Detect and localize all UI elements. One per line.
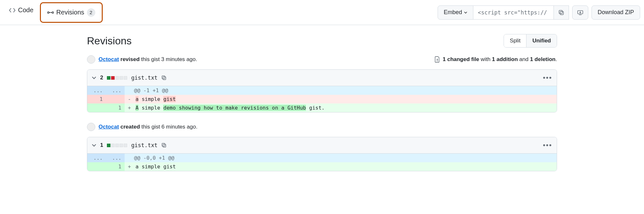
revision-tail: this gist 6 minutes ago. bbox=[141, 124, 197, 130]
svg-rect-3 bbox=[560, 11, 564, 14]
revision-stats: 1 changed file with 1 addition and 1 del… bbox=[434, 56, 557, 63]
file-change-count: 2 bbox=[100, 75, 103, 81]
download-zip-button[interactable]: Download ZIP bbox=[592, 5, 640, 20]
file-change-count: 1 bbox=[100, 142, 103, 148]
open-desktop-button[interactable] bbox=[572, 5, 588, 20]
file-name[interactable]: gist.txt bbox=[131, 75, 157, 81]
avatar[interactable] bbox=[87, 55, 95, 64]
top-tab-bar: Code Revisions 2 Embed <script src="http… bbox=[0, 0, 644, 25]
svg-rect-14 bbox=[162, 143, 165, 146]
embed-url-field[interactable]: <script src="https:// bbox=[473, 5, 554, 20]
embed-label: Embed bbox=[444, 9, 462, 16]
diff-line: 1+ A simple demo showing how to make rev… bbox=[87, 103, 557, 112]
copy-icon bbox=[558, 10, 564, 15]
tab-revisions-label: Revisions bbox=[56, 9, 84, 16]
diff-view-toggle: Split Unified bbox=[504, 34, 557, 48]
file-diff: 1gist.txt•••...... @@ -0,0 +1 @@1+ a sim… bbox=[87, 137, 557, 171]
page-title: Revisions bbox=[87, 35, 132, 47]
svg-point-1 bbox=[52, 12, 53, 13]
hunk-text: @@ -1 +1 @@ bbox=[125, 86, 557, 95]
code-icon bbox=[9, 7, 15, 13]
file-menu-button[interactable]: ••• bbox=[543, 74, 552, 82]
tab-code-label: Code bbox=[18, 6, 33, 14]
file-header: 1gist.txt••• bbox=[87, 137, 557, 154]
embed-group: Embed <script src="https:// bbox=[438, 5, 569, 20]
tab-revisions[interactable]: Revisions 2 bbox=[40, 2, 103, 23]
author-link[interactable]: Octocat bbox=[99, 124, 119, 130]
svg-point-0 bbox=[47, 12, 49, 13]
revision-tail: this gist 3 minutes ago. bbox=[141, 56, 197, 62]
svg-rect-13 bbox=[163, 144, 166, 147]
file-diff-icon bbox=[434, 56, 440, 63]
svg-rect-12 bbox=[162, 76, 165, 79]
chevron-down-icon[interactable] bbox=[92, 143, 96, 147]
file-name[interactable]: gist.txt bbox=[131, 142, 157, 148]
diff-table: ...... @@ -1 +1 @@1- a simple gist1+ A s… bbox=[87, 86, 557, 112]
file-menu-button[interactable]: ••• bbox=[543, 141, 552, 149]
revision-meta: Octocat created this gist 6 minutes ago. bbox=[87, 123, 557, 131]
view-split-button[interactable]: Split bbox=[504, 34, 526, 47]
revision-action: revised bbox=[120, 56, 140, 62]
embed-dropdown[interactable]: Embed bbox=[438, 5, 473, 20]
diff-table: ...... @@ -0,0 +1 @@1+ a simple gist bbox=[87, 154, 557, 171]
svg-rect-11 bbox=[163, 77, 166, 80]
caret-down-icon bbox=[464, 12, 467, 13]
file-header: 2gist.txt••• bbox=[87, 70, 557, 86]
chevron-down-icon[interactable] bbox=[92, 76, 96, 80]
desktop-download-icon bbox=[577, 9, 583, 16]
file-diff: 2gist.txt•••...... @@ -1 +1 @@1- a simpl… bbox=[87, 69, 557, 112]
avatar[interactable] bbox=[87, 123, 95, 131]
copy-path-button[interactable] bbox=[161, 143, 166, 148]
copy-embed-button[interactable] bbox=[554, 5, 569, 20]
diff-line: 1- a simple gist bbox=[87, 95, 557, 103]
revision-meta: Octocat revised this gist 3 minutes ago.… bbox=[87, 55, 557, 64]
download-zip-label: Download ZIP bbox=[598, 9, 634, 16]
hunk-header: ...... @@ -0,0 +1 @@ bbox=[87, 154, 557, 162]
diffstat bbox=[107, 76, 127, 80]
svg-rect-4 bbox=[559, 10, 562, 13]
author-link[interactable]: Octocat bbox=[99, 56, 119, 62]
diff-line: 1+ a simple gist bbox=[87, 162, 557, 171]
revision-action: created bbox=[120, 124, 140, 130]
view-unified-button[interactable]: Unified bbox=[526, 34, 557, 47]
revisions-icon bbox=[47, 10, 54, 15]
hunk-text: @@ -0,0 +1 @@ bbox=[125, 154, 557, 162]
diffstat bbox=[107, 144, 127, 147]
tab-code[interactable]: Code bbox=[3, 2, 40, 19]
revisions-count-badge: 2 bbox=[87, 8, 95, 17]
hunk-header: ...... @@ -1 +1 @@ bbox=[87, 86, 557, 95]
copy-path-button[interactable] bbox=[161, 75, 166, 80]
